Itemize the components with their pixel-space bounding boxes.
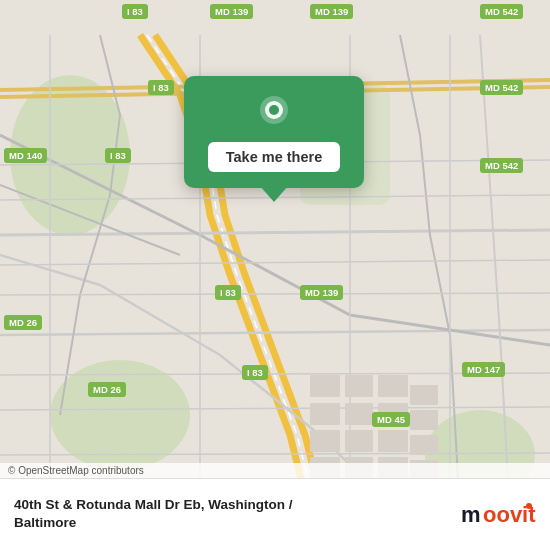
road-badge-md542-3: MD 542 bbox=[480, 158, 523, 173]
road-badge-md45: MD 45 bbox=[372, 412, 410, 427]
map-attribution: © OpenStreetMap contributors bbox=[0, 463, 550, 478]
road-badge-md26-1: MD 26 bbox=[4, 315, 42, 330]
road-badge-i83-left: I 83 bbox=[105, 148, 131, 163]
svg-rect-24 bbox=[378, 430, 408, 452]
svg-rect-17 bbox=[345, 375, 373, 397]
take-me-there-button[interactable]: Take me there bbox=[208, 142, 340, 172]
road-badge-i83-bottom: I 83 bbox=[242, 365, 268, 380]
road-badge-md26-2: MD 26 bbox=[88, 382, 126, 397]
svg-rect-18 bbox=[378, 375, 408, 397]
map-container: I 83 MD 139 MD 139 MD 542 MD 542 MD 542 … bbox=[0, 0, 550, 550]
svg-rect-28 bbox=[410, 385, 438, 405]
road-badge-i83-lower: I 83 bbox=[215, 285, 241, 300]
road-badge-i83-top: I 83 bbox=[122, 4, 148, 19]
svg-rect-30 bbox=[410, 435, 438, 455]
road-badge-md147: MD 147 bbox=[462, 362, 505, 377]
road-badge-md140: MD 140 bbox=[4, 148, 47, 163]
svg-rect-29 bbox=[410, 410, 438, 430]
svg-text:m: m bbox=[461, 502, 481, 527]
svg-point-2 bbox=[50, 360, 190, 470]
svg-point-37 bbox=[526, 503, 532, 509]
road-badge-md542-2: MD 542 bbox=[480, 80, 523, 95]
location-info: 40th St & Rotunda Mall Dr Eb, Washington… bbox=[14, 496, 461, 531]
road-badge-i83-mid: I 83 bbox=[148, 80, 174, 95]
svg-rect-22 bbox=[310, 430, 340, 452]
road-badge-md139-1: MD 139 bbox=[210, 4, 253, 19]
svg-rect-19 bbox=[310, 403, 340, 425]
svg-rect-20 bbox=[345, 403, 373, 425]
location-name-line1: 40th St & Rotunda Mall Dr Eb, Washington… bbox=[14, 496, 461, 514]
location-pin-icon bbox=[255, 94, 293, 132]
road-badge-md139-2: MD 139 bbox=[310, 4, 353, 19]
road-badge-md139-lower: MD 139 bbox=[300, 285, 343, 300]
svg-rect-16 bbox=[310, 375, 340, 397]
bottom-info-bar: 40th St & Rotunda Mall Dr Eb, Washington… bbox=[0, 478, 550, 550]
moovit-logo: m oovit bbox=[461, 496, 536, 532]
moovit-logo-svg: m oovit bbox=[461, 496, 536, 532]
road-badge-md542-1: MD 542 bbox=[480, 4, 523, 19]
location-popup: Take me there bbox=[184, 76, 364, 188]
location-name-line2: Baltimore bbox=[14, 514, 461, 532]
svg-rect-23 bbox=[345, 430, 373, 452]
